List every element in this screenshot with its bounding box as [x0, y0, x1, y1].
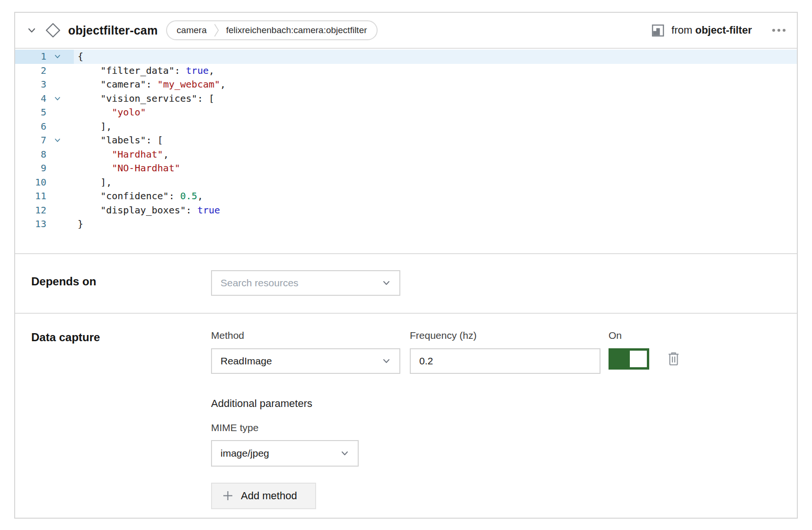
chevron-down-icon — [382, 278, 391, 287]
depends-on-section: Depends on Search resources — [15, 253, 797, 313]
mime-type-label: MIME type — [211, 422, 786, 433]
gutter: 4 — [15, 92, 74, 106]
code-line[interactable]: 4 "vision_services": [ — [15, 92, 797, 106]
gutter: 13 — [15, 217, 74, 231]
line-number: 7 — [15, 133, 46, 148]
mime-type-value: image/jpeg — [221, 448, 269, 459]
code-line[interactable]: 12 "display_boxes": true — [15, 203, 797, 218]
code-line[interactable]: 5 "yolo" — [15, 106, 797, 120]
gutter: 3 — [15, 78, 74, 92]
resource-type-badge: camera felixreichenbach:camera:objectfil… — [166, 20, 377, 40]
more-options-button[interactable] — [771, 26, 786, 35]
code-line[interactable]: 7 "labels": [ — [15, 133, 797, 148]
collapse-chevron-icon[interactable] — [26, 24, 38, 36]
code-line[interactable]: 8 "Hardhat", — [15, 148, 797, 162]
line-number: 12 — [15, 203, 46, 218]
line-number: 13 — [15, 217, 46, 231]
code-text[interactable]: } — [74, 217, 797, 231]
line-number: 3 — [15, 78, 46, 92]
code-line[interactable]: 1{ — [15, 50, 797, 64]
delete-method-button[interactable] — [667, 352, 680, 366]
gutter: 7 — [15, 133, 74, 148]
plus-icon — [222, 490, 233, 501]
gutter: 1 — [15, 50, 74, 64]
resource-header: objectfilter-cam camera felixreichenbach… — [15, 13, 797, 49]
code-line[interactable]: 11 "confidence": 0.5, — [15, 189, 797, 203]
code-text[interactable]: ], — [74, 176, 797, 190]
code-text[interactable]: "confidence": 0.5, — [74, 189, 797, 203]
code-text[interactable]: ], — [74, 120, 797, 134]
badge-model-label: felixreichenbach:camera:objectfilter — [226, 25, 367, 35]
chevron-down-icon — [382, 356, 391, 365]
line-number: 9 — [15, 161, 46, 176]
add-method-label: Add method — [241, 490, 297, 502]
method-value: ReadImage — [221, 355, 272, 367]
line-number: 1 — [15, 50, 46, 64]
fold-chevron-icon[interactable] — [54, 53, 61, 60]
code-text[interactable]: "labels": [ — [74, 133, 797, 148]
fold-chevron-icon[interactable] — [54, 95, 61, 102]
gutter: 5 — [15, 106, 74, 120]
badge-separator-icon — [214, 23, 219, 37]
toggle-knob — [630, 351, 647, 367]
line-number: 6 — [15, 120, 46, 134]
capture-on-label: On — [609, 330, 680, 341]
line-number: 5 — [15, 106, 46, 120]
depends-on-select[interactable]: Search resources — [211, 270, 400, 296]
resource-card: objectfilter-cam camera felixreichenbach… — [14, 12, 798, 519]
line-number: 10 — [15, 176, 46, 190]
chevron-down-icon — [340, 449, 349, 458]
line-number: 8 — [15, 148, 46, 162]
resource-title: objectfilter-cam — [68, 24, 158, 37]
code-text[interactable]: "Hardhat", — [74, 148, 797, 162]
capture-toggle[interactable] — [609, 348, 649, 370]
gutter: 12 — [15, 203, 74, 218]
code-text[interactable]: { — [74, 50, 797, 64]
header-right: from object-filter — [652, 24, 786, 37]
module-icon — [652, 24, 664, 37]
code-text[interactable]: "camera": "my_webcam", — [74, 78, 797, 92]
method-select[interactable]: ReadImage — [211, 348, 400, 374]
gutter: 6 — [15, 120, 74, 134]
code-text[interactable]: "NO-Hardhat" — [74, 161, 797, 176]
frequency-input[interactable] — [410, 348, 600, 374]
line-number: 4 — [15, 92, 46, 106]
code-text[interactable]: "yolo" — [74, 106, 797, 120]
code-text[interactable]: "vision_services": [ — [74, 92, 797, 106]
code-line[interactable]: 2 "filter_data": true, — [15, 64, 797, 78]
code-text[interactable]: "filter_data": true, — [74, 64, 797, 78]
gutter: 9 — [15, 161, 74, 176]
trash-icon — [667, 352, 680, 366]
frequency-label: Frequency (hz) — [410, 330, 600, 341]
badge-type-label: camera — [177, 25, 206, 35]
data-capture-heading: Data capture — [26, 330, 211, 509]
code-text[interactable]: "display_boxes": true — [74, 203, 797, 218]
code-line[interactable]: 10 ], — [15, 176, 797, 190]
gutter: 10 — [15, 176, 74, 190]
additional-parameters-label: Additional parameters — [211, 398, 786, 410]
gutter: 8 — [15, 148, 74, 162]
method-label: Method — [211, 330, 400, 341]
code-line[interactable]: 3 "camera": "my_webcam", — [15, 78, 797, 92]
code-line[interactable]: 6 ], — [15, 120, 797, 134]
json-editor[interactable]: 1{2 "filter_data": true,3 "camera": "my_… — [15, 49, 797, 253]
gutter: 11 — [15, 189, 74, 203]
depends-on-placeholder: Search resources — [221, 277, 299, 289]
code-line[interactable]: 13} — [15, 217, 797, 231]
add-method-button[interactable]: Add method — [211, 483, 316, 509]
line-number: 2 — [15, 64, 46, 78]
line-number: 11 — [15, 189, 46, 203]
data-capture-section: Data capture Method ReadImage Frequency … — [15, 313, 797, 526]
resource-diamond-icon — [44, 22, 62, 39]
depends-on-heading: Depends on — [26, 270, 211, 296]
code-line[interactable]: 9 "NO-Hardhat" — [15, 161, 797, 176]
gutter: 2 — [15, 64, 74, 78]
fold-chevron-icon[interactable] — [54, 137, 61, 144]
module-source-label: from object-filter — [671, 24, 752, 36]
mime-type-select[interactable]: image/jpeg — [211, 440, 359, 467]
